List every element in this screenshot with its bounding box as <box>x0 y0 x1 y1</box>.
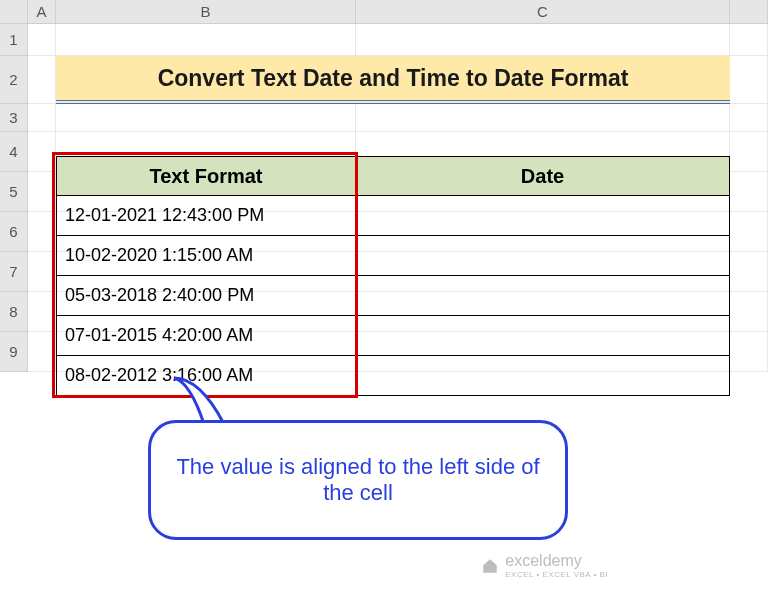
cell-date[interactable] <box>356 356 730 396</box>
row-header-5[interactable]: 5 <box>0 172 28 212</box>
cell-A4[interactable] <box>28 132 56 172</box>
col-header-D[interactable] <box>730 0 768 23</box>
row-header-8[interactable]: 8 <box>0 292 28 332</box>
cell-C3[interactable] <box>356 104 730 132</box>
watermark-tagline: EXCEL • EXCEL VBA • BI <box>505 570 608 579</box>
cell-A5[interactable] <box>28 172 56 212</box>
cell-D3[interactable] <box>730 104 768 132</box>
cell-D4[interactable] <box>730 132 768 172</box>
cell-date[interactable] <box>356 316 730 356</box>
cell-text-format[interactable]: 08-02-2012 3:16:00 AM <box>56 356 356 396</box>
cell-text-format[interactable]: 05-03-2018 2:40:00 PM <box>56 276 356 316</box>
cell-text-format[interactable]: 07-01-2015 4:20:00 AM <box>56 316 356 356</box>
cell-A8[interactable] <box>28 292 56 332</box>
row-header-9[interactable]: 9 <box>0 332 28 372</box>
cell-date[interactable] <box>356 276 730 316</box>
cell-text-format[interactable]: 10-02-2020 1:15:00 AM <box>56 236 356 276</box>
table-header-text-format[interactable]: Text Format <box>56 156 356 196</box>
annotation-callout: The value is aligned to the left side of… <box>148 420 568 540</box>
callout-text: The value is aligned to the left side of… <box>173 454 543 506</box>
col-header-A[interactable]: A <box>28 0 56 23</box>
col-header-C[interactable]: C <box>356 0 730 23</box>
row-header-3[interactable]: 3 <box>0 104 28 132</box>
cell-D1[interactable] <box>730 24 768 56</box>
table-row: 05-03-2018 2:40:00 PM <box>56 276 730 316</box>
cell-B1[interactable] <box>56 24 356 56</box>
watermark-brand: exceldemy <box>505 552 581 569</box>
table-row: 07-01-2015 4:20:00 AM <box>56 316 730 356</box>
cell-A6[interactable] <box>28 212 56 252</box>
row-header-4[interactable]: 4 <box>0 132 28 172</box>
row-header-7[interactable]: 7 <box>0 252 28 292</box>
cell-A2[interactable] <box>28 56 56 104</box>
cell-date[interactable] <box>356 236 730 276</box>
table-header-date[interactable]: Date <box>356 156 730 196</box>
cell-D5[interactable] <box>730 172 768 212</box>
row-header-1[interactable]: 1 <box>0 24 28 56</box>
cell-A1[interactable] <box>28 24 56 56</box>
cell-D9[interactable] <box>730 332 768 372</box>
cell-D8[interactable] <box>730 292 768 332</box>
cell-D2[interactable] <box>730 56 768 104</box>
house-icon <box>481 557 499 575</box>
row-header-2[interactable]: 2 <box>0 56 28 104</box>
cell-B3[interactable] <box>56 104 356 132</box>
table-row: 10-02-2020 1:15:00 AM <box>56 236 730 276</box>
column-headers: A B C <box>0 0 768 24</box>
cell-A9[interactable] <box>28 332 56 372</box>
spreadsheet: A B C 1 2 Convert Text Date and Time to … <box>0 0 768 597</box>
table-row: 08-02-2012 3:16:00 AM <box>56 356 730 396</box>
cell-date[interactable] <box>356 196 730 236</box>
watermark: exceldemy EXCEL • EXCEL VBA • BI <box>481 552 608 579</box>
cell-C1[interactable] <box>356 24 730 56</box>
data-table: Text Format Date 12-01-2021 12:43:00 PM … <box>56 156 730 396</box>
cell-A7[interactable] <box>28 252 56 292</box>
cell-text-format[interactable]: 12-01-2021 12:43:00 PM <box>56 196 356 236</box>
page-title[interactable]: Convert Text Date and Time to Date Forma… <box>56 56 730 104</box>
cell-D7[interactable] <box>730 252 768 292</box>
table-row: 12-01-2021 12:43:00 PM <box>56 196 730 236</box>
row-header-6[interactable]: 6 <box>0 212 28 252</box>
col-header-B[interactable]: B <box>56 0 356 23</box>
cell-D6[interactable] <box>730 212 768 252</box>
select-all-corner[interactable] <box>0 0 28 23</box>
cell-A3[interactable] <box>28 104 56 132</box>
